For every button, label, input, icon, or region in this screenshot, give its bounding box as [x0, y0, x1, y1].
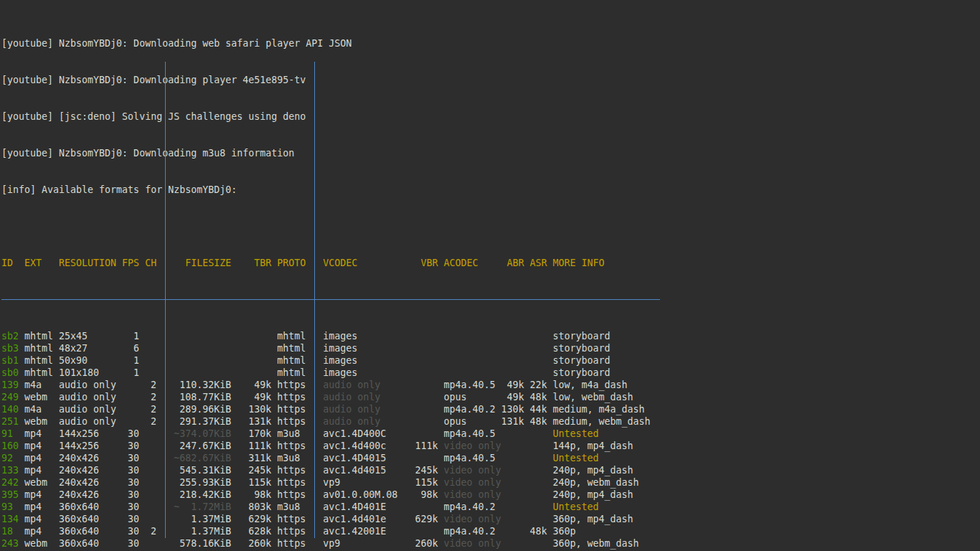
- cell-asr: 48k: [529, 391, 547, 403]
- cell-ch: 2: [145, 379, 156, 391]
- cell-vcodec: images: [323, 354, 397, 367]
- cell-proto: https: [277, 525, 306, 537]
- format-table-body: sb2mhtml25x451mhtmlimagesstoryboardsb3mh…: [1, 330, 980, 551]
- cell-fps: 30: [122, 489, 139, 501]
- cell-proto: mhtml: [277, 330, 306, 342]
- header-more_info: MORE INFO: [553, 257, 674, 269]
- cell-ext: webm: [24, 391, 53, 403]
- cell-acodec: video only: [443, 537, 495, 550]
- cell-ch: 2: [145, 415, 156, 428]
- cell-resolution: 240x426: [59, 464, 116, 476]
- cell-tbr: 170k: [237, 428, 271, 440]
- cell-filesize: 255.93KiB: [174, 476, 231, 489]
- cell-filesize: 108.77KiB: [174, 391, 231, 403]
- cell-filesize: 247.67KiB: [174, 440, 231, 452]
- cell-more_info: low, m4a_dash: [553, 379, 674, 391]
- cell-resolution: audio only: [59, 415, 116, 428]
- cell-ext: mp4: [24, 440, 53, 452]
- cell-vcodec: audio only: [323, 415, 397, 428]
- format-table-head: IDEXTRESOLUTIONFPSCHFILESIZETBRPROTOVCOD…: [1, 257, 980, 269]
- terminal-window[interactable]: [youtube] NzbsomYBDj0: Downloading web s…: [0, 0, 980, 551]
- cell-fps: 30: [122, 464, 139, 476]
- cell-proto: https: [277, 464, 306, 476]
- cell-vbr: 629k: [403, 513, 438, 525]
- cell-ext: mp4: [24, 513, 53, 525]
- header-separator-row: [1, 293, 980, 306]
- cell-more_info: low, webm_dash: [553, 391, 674, 403]
- cell-vcodec: avc1.4D400C: [323, 428, 397, 440]
- cell-fps: 30: [122, 525, 139, 537]
- cell-tbr: 260k: [237, 537, 271, 550]
- cell-asr: 48k: [529, 525, 547, 537]
- cell-more_info: storyboard: [553, 367, 674, 379]
- cell-acodec: video only: [443, 476, 495, 489]
- cell-ext: m4a: [24, 379, 53, 391]
- cell-asr: 48k: [529, 415, 547, 428]
- format-row: 139m4aaudio only2110.32KiB49khttpsaudio …: [1, 379, 980, 391]
- cell-filesize: 110.32KiB: [174, 379, 231, 391]
- cell-ch: 2: [145, 403, 156, 415]
- format-row: 134mp4360x640301.37MiB629khttpsavc1.4d40…: [1, 513, 980, 525]
- cell-filesize: 578.16KiB: [174, 537, 231, 550]
- cell-proto: mhtml: [277, 367, 306, 379]
- header-asr: ASR: [529, 257, 547, 269]
- header-ext: EXT: [24, 257, 53, 269]
- cell-resolution: 144x256: [59, 428, 116, 440]
- cell-ext: mp4: [24, 489, 53, 501]
- cell-ext: mp4: [24, 525, 53, 537]
- cell-vcodec: images: [323, 367, 397, 379]
- cell-vbr: 98k: [403, 489, 438, 501]
- header-vbr: VBR: [403, 257, 438, 269]
- log-line: [youtube] [jsc:deno] Solving JS challeng…: [1, 110, 980, 123]
- format-row: 91mp4144x25630~374.07KiB170km3u8avc1.4D4…: [1, 428, 980, 440]
- cell-id: sb3: [1, 342, 19, 354]
- cell-more_info: 360p: [553, 525, 674, 537]
- cell-fps: 30: [122, 513, 139, 525]
- cell-tbr: 131k: [237, 415, 271, 428]
- cell-resolution: 240x426: [59, 452, 116, 464]
- cell-filesize: 545.31KiB: [174, 464, 231, 476]
- log-line: [youtube] NzbsomYBDj0: Downloading playe…: [1, 74, 980, 86]
- cell-id: 251: [1, 415, 19, 428]
- cell-id: sb0: [1, 367, 19, 379]
- cell-vcodec: avc1.4d4015: [323, 464, 397, 476]
- column-separator-line: [165, 62, 166, 538]
- cell-proto: https: [277, 476, 306, 489]
- cell-acodec: video only: [443, 513, 495, 525]
- header-filesize: FILESIZE: [174, 257, 231, 269]
- format-row: sb0mhtml101x1801mhtmlimagesstoryboard: [1, 367, 980, 379]
- cell-id: 140: [1, 403, 19, 415]
- cell-fps: 1: [122, 367, 139, 379]
- cell-abr: 49k: [501, 391, 524, 403]
- cell-proto: mhtml: [277, 342, 306, 354]
- cell-more_info: storyboard: [553, 342, 674, 354]
- format-row: 93mp4360x64030~ 1.72MiB803km3u8avc1.4D40…: [1, 501, 980, 513]
- cell-vcodec: vp9: [323, 537, 397, 550]
- header-acodec: ACODEC: [443, 257, 495, 269]
- cell-resolution: audio only: [59, 391, 116, 403]
- cell-vcodec: av01.0.00M.08: [323, 489, 397, 501]
- cell-proto: m3u8: [277, 428, 306, 440]
- cell-tbr: 629k: [237, 513, 271, 525]
- cell-more_info: 240p, webm_dash: [553, 476, 674, 489]
- cell-fps: 30: [122, 428, 139, 440]
- cell-more_info: 240p, mp4_dash: [553, 464, 674, 476]
- header-vcodec: VCODEC: [323, 257, 397, 269]
- cell-tbr: 311k: [237, 452, 271, 464]
- cell-filesize: 291.37KiB: [174, 415, 231, 428]
- cell-tbr: 115k: [237, 476, 271, 489]
- cell-ext: mhtml: [24, 330, 53, 342]
- format-row: 18mp4360x6403021.37MiB628khttpsavc1.4200…: [1, 525, 980, 537]
- log-line: [youtube] NzbsomYBDj0: Downloading m3u8 …: [1, 147, 980, 159]
- cell-resolution: audio only: [59, 403, 116, 415]
- cell-filesize: 218.42KiB: [174, 489, 231, 501]
- format-row: 243webm360x64030578.16KiB260khttpsvp9260…: [1, 537, 980, 550]
- cell-vcodec: avc1.42001E: [323, 525, 397, 537]
- cell-id: 249: [1, 391, 19, 403]
- cell-acodec: mp4a.40.2: [443, 525, 495, 537]
- format-row: sb2mhtml25x451mhtmlimagesstoryboard: [1, 330, 980, 342]
- cell-tbr: 49k: [237, 379, 271, 391]
- header-tbr: TBR: [237, 257, 271, 269]
- cell-ch: 2: [145, 391, 156, 403]
- cell-resolution: 360x640: [59, 501, 116, 513]
